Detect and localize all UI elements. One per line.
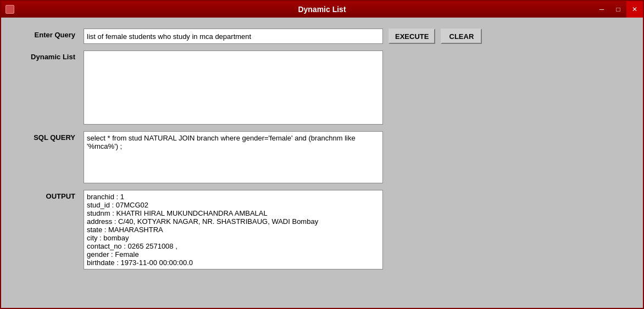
execute-button[interactable]: EXECUTE: [388, 29, 435, 44]
close-button[interactable]: ✕: [626, 1, 643, 18]
title-bar: Dynamic List ─ □ ✕: [1, 1, 643, 18]
app-icon: [5, 5, 14, 14]
window-title: Dynamic List: [298, 5, 346, 14]
output-scroll-area[interactable]: branchid : 1 stud_id : 07MCG02 studnm : …: [84, 190, 383, 269]
window-controls: ─ □ ✕: [593, 1, 643, 18]
minimize-button[interactable]: ─: [593, 1, 610, 18]
query-input[interactable]: [84, 29, 383, 44]
sql-query-row: SQL QUERY select * from stud NATURAL JOI…: [12, 131, 632, 183]
output-row: OUTPUT branchid : 1 stud_id : 07MCG02 st…: [12, 190, 632, 269]
sql-query-textarea[interactable]: select * from stud NATURAL JOIN branch w…: [84, 131, 383, 183]
query-input-section: EXECUTE CLEAR: [84, 29, 482, 44]
output-line-7: contact_no : 0265 2571008 ,: [87, 242, 380, 250]
output-line-3: studnm : KHATRI HIRAL MUKUNDCHANDRA AMBA…: [87, 209, 380, 217]
sql-query-label: SQL QUERY: [12, 131, 84, 142]
dynamic-list-row: Dynamic List: [12, 50, 632, 125]
main-window: Dynamic List ─ □ ✕ Enter Query EXECUTE C…: [0, 0, 644, 309]
enter-query-label: Enter Query: [12, 29, 84, 39]
output-line-4: address : C/40, KOTYARK NAGAR, NR. SHAST…: [87, 217, 380, 226]
output-content: branchid : 1 stud_id : 07MCG02 studnm : …: [84, 190, 382, 269]
output-line-2: stud_id : 07MCG02: [87, 201, 380, 209]
output-line-1: branchid : 1: [87, 193, 380, 201]
output-line-5: state : MAHARASHTRA: [87, 226, 380, 234]
clear-button[interactable]: CLEAR: [441, 29, 482, 44]
output-label: OUTPUT: [12, 190, 84, 200]
dynamic-list-area[interactable]: [84, 50, 383, 125]
output-line-6: city : bombay: [87, 234, 380, 242]
output-line-9: birthdate : 1973-11-00 00:00:00.0: [87, 259, 380, 267]
output-line-8: gender : Female: [87, 250, 380, 259]
content-area: Enter Query EXECUTE CLEAR Dynamic List S…: [1, 18, 643, 308]
dynamic-list-label: Dynamic List: [12, 50, 84, 61]
restore-button[interactable]: □: [610, 1, 626, 18]
enter-query-row: Enter Query EXECUTE CLEAR: [12, 29, 632, 44]
